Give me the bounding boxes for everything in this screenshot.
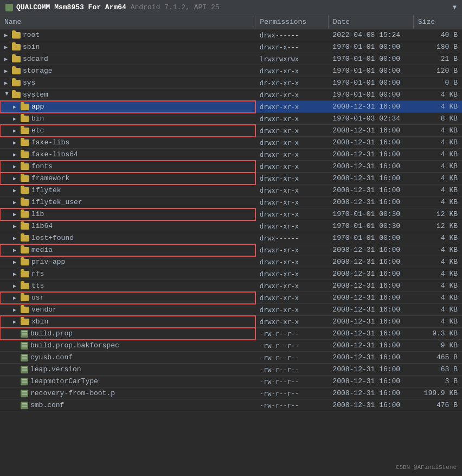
expand-arrow-icon[interactable]: ▶ [4,80,10,86]
file-date: 2008-12-31 16:00 [328,340,413,352]
expand-arrow-icon[interactable]: ▶ [13,116,18,122]
file-date: 2008-12-31 16:00 [328,244,413,256]
table-row[interactable]: ▶appdrwxr-xr-x2008-12-31 16:004 KB [0,101,462,113]
folder-icon [12,32,21,39]
table-row[interactable]: ▶priv-appdrwxr-xr-x2008-12-31 16:004 KB [0,256,462,268]
file-permissions: drwxr-xr-x [255,65,329,77]
file-date: 1970-01-01 00:00 [328,77,413,89]
expand-arrow-icon[interactable]: ▶ [13,235,18,242]
table-row[interactable]: ▶etcdrwxr-xr-x2008-12-31 16:004 KB [0,125,462,137]
table-row[interactable]: ▶mediadrwxr-xr-x2008-12-31 16:004 KB [0,244,462,256]
file-name-label: lib64 [31,222,53,230]
file-permissions: drwxr-xr-x [255,149,329,161]
expand-arrow-icon[interactable]: ▶ [4,32,10,39]
table-row[interactable]: ▶frameworkdrwxr-xr-x2008-12-31 16:004 KB [0,173,462,185]
file-name-cell: cyusb.conf [0,352,255,364]
dropdown-arrow-icon[interactable]: ▼ [453,4,457,11]
file-name-label: cyusb.conf [30,353,73,361]
expand-arrow-icon[interactable]: ▶ [4,44,10,50]
expand-arrow-icon[interactable]: ▶ [4,68,10,74]
table-row[interactable]: ▶vendordrwxr-xr-x2008-12-31 16:004 KB [0,304,462,316]
file-name-label: rfs [31,270,44,278]
folder-icon [21,223,29,230]
table-row[interactable]: ▶ttsdrwxr-xr-x2008-12-31 16:004 KB [0,280,462,292]
expand-arrow-icon[interactable]: ▶ [13,283,18,289]
table-row[interactable]: ▶usrdrwxr-xr-x2008-12-31 16:004 KB [0,292,462,304]
file-name-cell: ▶iflytek_user [0,196,255,208]
expand-arrow-icon[interactable]: ▶ [13,128,18,134]
table-row[interactable]: ▶storagedrwxr-xr-x1970-01-01 00:00120 B [0,65,462,77]
table-row[interactable]: build.prop-rw-r--r--2008-12-31 16:009.3 … [0,328,462,340]
expand-arrow-icon[interactable]: ▶ [13,271,18,277]
file-permissions: drwxr-xr-x [255,89,329,101]
file-name-cell: ▶lib [0,208,255,220]
table-row[interactable]: cyusb.conf-rw-r--r--2008-12-31 16:00465 … [0,352,462,364]
folder-icon [21,151,29,158]
folder-icon [21,283,29,289]
file-name-label: smb.conf [30,401,64,409]
folder-icon [21,211,29,218]
table-row[interactable]: ▶sysdr-xr-xr-x1970-01-01 00:000 B [0,77,462,89]
file-date: 2008-12-31 16:00 [328,161,413,173]
expand-arrow-icon[interactable]: ▶ [13,187,18,194]
expand-arrow-icon[interactable]: ▶ [13,319,18,325]
table-row[interactable]: recovery-from-boot.p-rw-r--r--2008-12-31… [0,388,462,399]
collapse-arrow-icon[interactable]: ▶ [4,92,10,98]
file-date: 2008-12-31 16:00 [328,316,413,328]
file-permissions: -rw-r--r-- [255,388,329,399]
table-row[interactable]: ▶lost+founddrwx------1970-01-01 00:004 K… [0,232,462,244]
file-size: 9 KB [413,340,462,352]
table-row[interactable]: ▶iflytekdrwxr-xr-x2008-12-31 16:004 KB [0,185,462,196]
table-row[interactable]: ▶fake-libsdrwxr-xr-x2008-12-31 16:004 KB [0,137,462,149]
expand-arrow-icon[interactable]: ▶ [13,175,18,182]
expand-arrow-icon[interactable]: ▶ [13,199,18,206]
file-name-label: app [31,103,44,111]
table-row[interactable]: leapmotorCarType-rw-r--r--2008-12-31 16:… [0,376,462,388]
table-row[interactable]: ▶fontsdrwxr-xr-x2008-12-31 16:004 KB [0,161,462,173]
file-name-label: framework [31,174,69,182]
expand-arrow-icon[interactable]: ▶ [13,247,18,253]
file-name-label: iflytek [31,186,61,194]
table-header: Name Permissions Date Size [0,15,462,29]
table-row[interactable]: ▶systemdrwxr-xr-x1970-01-01 00:004 KB [0,89,462,101]
expand-arrow-icon[interactable]: ▶ [13,295,18,301]
table-row[interactable]: ▶fake-libs64drwxr-xr-x2008-12-31 16:004 … [0,149,462,161]
file-size: 12 KB [413,220,462,232]
table-row[interactable]: ▶rfsdrwxr-xr-x2008-12-31 16:004 KB [0,268,462,280]
table-row[interactable]: ▶xbindrwxr-xr-x2008-12-31 16:004 KB [0,316,462,328]
table-row[interactable]: ▶iflytek_userdrwxr-xr-x2008-12-31 16:004… [0,196,462,208]
file-table: Name Permissions Date Size ▶rootdrwx----… [0,15,462,411]
file-date: 2008-12-31 16:00 [328,292,413,304]
file-permissions: drwxr-x--- [255,41,329,53]
table-row[interactable]: ▶lib64drwxr-xr-x1970-01-01 00:3012 KB [0,220,462,232]
file-name-cell: ▶xbin [0,316,255,328]
table-row[interactable]: smb.conf-rw-r--r--2008-12-31 16:00476 B [0,399,462,411]
file-permissions: drwxr-xr-x [255,208,329,220]
expand-arrow-icon[interactable]: ▶ [4,56,10,62]
table-row[interactable]: ▶rootdrwx------2022-04-08 15:2440 B [0,29,462,41]
folder-icon [21,319,29,325]
table-row[interactable]: ▶sbindrwxr-x---1970-01-01 00:00180 B [0,41,462,53]
table-row[interactable]: ▶sdcardlrwxrwxrwx1970-01-01 00:0021 B [0,53,462,65]
folder-icon [21,175,29,182]
file-size: 199.9 KB [413,388,462,399]
file-date: 2008-12-31 16:00 [328,388,413,399]
file-permissions: drwxr-xr-x [255,220,329,232]
expand-arrow-icon[interactable]: ▶ [13,307,18,313]
table-row[interactable]: leap.version-rw-r--r--2008-12-31 16:0063… [0,364,462,376]
file-size: 4 KB [413,280,462,292]
expand-arrow-icon[interactable]: ▶ [13,139,18,146]
expand-arrow-icon[interactable]: ▶ [13,163,18,170]
expand-arrow-icon[interactable]: ▶ [13,104,18,110]
table-row[interactable]: build.prop.bakforspec-rw-r--r--2008-12-3… [0,340,462,352]
table-row[interactable]: ▶libdrwxr-xr-x1970-01-01 00:3012 KB [0,208,462,220]
file-name-cell: smb.conf [0,399,255,411]
file-name-cell: ▶tts [0,280,255,292]
table-row[interactable]: ▶bindrwxr-xr-x1970-01-03 02:348 KB [0,113,462,125]
folder-icon [21,187,29,194]
expand-arrow-icon[interactable]: ▶ [13,223,18,230]
expand-arrow-icon[interactable]: ▶ [13,151,18,158]
expand-arrow-icon[interactable]: ▶ [13,211,18,218]
expand-arrow-icon[interactable]: ▶ [13,259,18,265]
file-size: 4 KB [413,244,462,256]
